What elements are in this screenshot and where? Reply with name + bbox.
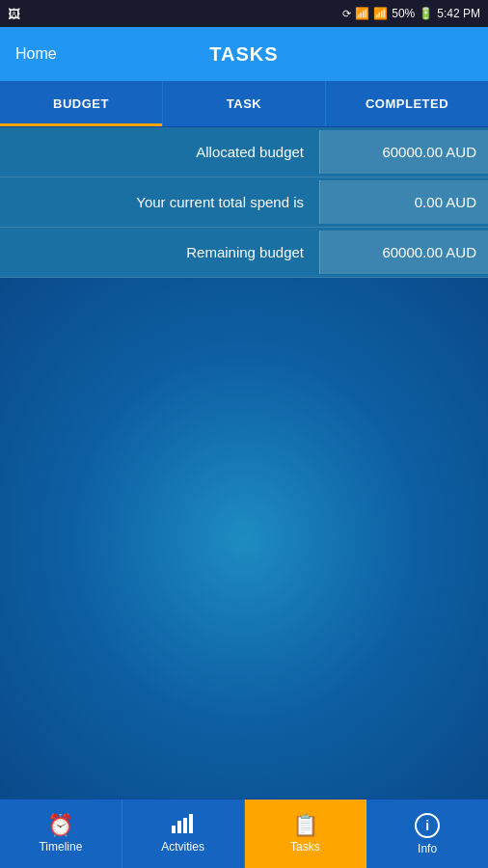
- rotate-icon: ⟳: [342, 8, 351, 20]
- nav-tasks[interactable]: 📋 Tasks: [245, 800, 367, 868]
- bottom-nav: ⏰ Timeline Actvities 📋 Tasks i Info: [0, 799, 488, 868]
- timeline-label: Timeline: [39, 840, 82, 854]
- nav-timeline[interactable]: ⏰ Timeline: [0, 800, 122, 868]
- tab-budget[interactable]: BUDGET: [0, 81, 163, 126]
- battery-percent: 50%: [392, 7, 415, 20]
- info-icon: i: [415, 813, 440, 838]
- activities-label: Actvities: [161, 840, 204, 854]
- remaining-budget-value: 60000.00 AUD: [319, 231, 488, 274]
- tab-completed[interactable]: COMPLETED: [326, 81, 488, 126]
- svg-rect-1: [177, 821, 181, 833]
- home-button[interactable]: Home: [15, 45, 57, 63]
- allocated-budget-value: 60000.00 AUD: [319, 130, 488, 174]
- time: 5:42 PM: [437, 7, 480, 20]
- remaining-budget-label: Remaining budget: [0, 231, 319, 274]
- tab-task[interactable]: TASK: [163, 81, 326, 126]
- nav-activities[interactable]: Actvities: [122, 800, 245, 868]
- header: Home TASKS: [0, 27, 488, 81]
- svg-rect-2: [183, 818, 187, 833]
- wifi-icon: 📶: [355, 7, 369, 20]
- activities-icon: [172, 814, 195, 836]
- allocated-budget-label: Allocated budget: [0, 130, 319, 174]
- svg-rect-0: [172, 826, 176, 833]
- budget-row-spend: Your current total spend is 0.00 AUD: [0, 177, 488, 228]
- timeline-icon: ⏰: [47, 815, 73, 836]
- current-spend-value: 0.00 AUD: [319, 180, 488, 224]
- current-spend-label: Your current total spend is: [0, 180, 319, 224]
- info-label: Info: [418, 842, 437, 855]
- budget-row-remaining: Remaining budget 60000.00 AUD: [0, 228, 488, 278]
- tasks-icon: 📋: [292, 815, 318, 836]
- signal-icon: 📶: [373, 7, 388, 20]
- tab-bar: BUDGET TASK COMPLETED: [0, 81, 488, 127]
- status-bar: 🖼 ⟳ 📶 📶 50% 🔋 5:42 PM: [0, 0, 488, 27]
- main-area: [0, 278, 488, 799]
- battery-icon: 🔋: [419, 7, 433, 20]
- status-right: ⟳ 📶 📶 50% 🔋 5:42 PM: [342, 7, 480, 20]
- status-left: 🖼: [8, 7, 20, 21]
- tasks-label: Tasks: [290, 840, 320, 854]
- image-icon: 🖼: [8, 7, 20, 21]
- nav-info[interactable]: i Info: [366, 800, 488, 868]
- svg-rect-3: [189, 814, 193, 833]
- page-title: TASKS: [209, 43, 278, 66]
- budget-row-allocated: Allocated budget 60000.00 AUD: [0, 127, 488, 177]
- budget-content: Allocated budget 60000.00 AUD Your curre…: [0, 127, 488, 278]
